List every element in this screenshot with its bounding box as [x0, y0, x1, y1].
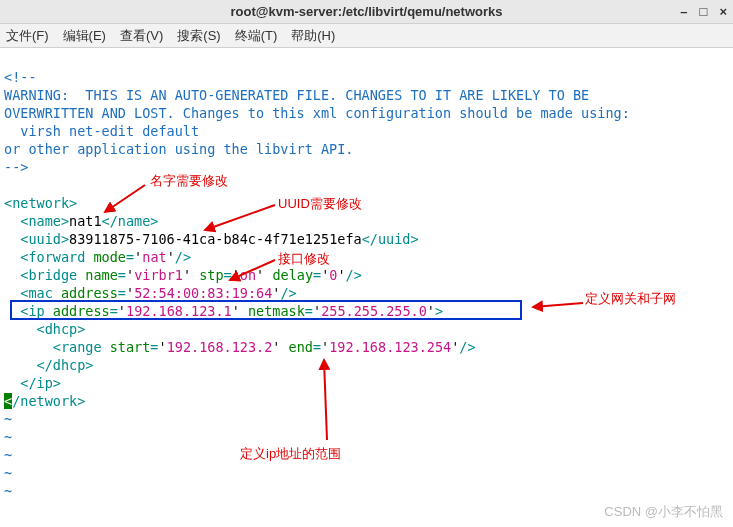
titlebar: root@kvm-server:/etc/libvirt/qemu/networ… — [0, 0, 733, 24]
menu-file[interactable]: 文件(F) — [6, 27, 49, 45]
tag-uuid: uuid — [28, 231, 61, 247]
window-controls: – □ × — [680, 4, 727, 19]
tag-ip: ip — [28, 303, 44, 319]
menu-terminal[interactable]: 终端(T) — [235, 27, 278, 45]
comment-line: or other application using the libvirt A… — [4, 141, 354, 157]
tag-mac: mac — [28, 285, 52, 301]
tag-name: name — [28, 213, 61, 229]
tag-bridge: bridge — [28, 267, 77, 283]
val-ip-address: 192.168.123.1 — [126, 303, 232, 319]
comment-line: <!-- — [4, 69, 37, 85]
minimize-icon[interactable]: – — [680, 4, 687, 19]
tilde-line: ~ — [4, 483, 12, 499]
editor-area[interactable]: <!-- WARNING: THIS IS AN AUTO-GENERATED … — [0, 48, 733, 527]
tilde-line: ~ — [4, 465, 12, 481]
tag-network: network — [12, 195, 69, 211]
comment-line: --> — [4, 159, 28, 175]
close-icon[interactable]: × — [719, 4, 727, 19]
tilde-line: ~ — [4, 429, 12, 445]
comment-line: OVERWRITTEN AND LOST. Changes to this xm… — [4, 105, 630, 121]
menu-search[interactable]: 搜索(S) — [177, 27, 220, 45]
comment-line: WARNING: THIS IS AN AUTO-GENERATED FILE.… — [4, 87, 589, 103]
tag-range: range — [61, 339, 102, 355]
menu-view[interactable]: 查看(V) — [120, 27, 163, 45]
val-forward-mode: nat — [142, 249, 166, 265]
tag-dhcp: dhcp — [45, 321, 78, 337]
tag-forward: forward — [28, 249, 85, 265]
cursor-block: < — [4, 393, 12, 409]
comment-line: virsh net-edit default — [4, 123, 199, 139]
val-range-start: 192.168.123.2 — [167, 339, 273, 355]
menu-help[interactable]: 帮助(H) — [291, 27, 335, 45]
val-uuid: 83911875-7106-41ca-b84c-4f71e1251efa — [69, 231, 362, 247]
menubar[interactable]: 文件(F) 编辑(E) 查看(V) 搜索(S) 终端(T) 帮助(H) — [0, 24, 733, 48]
maximize-icon[interactable]: □ — [700, 4, 708, 19]
tilde-line: ~ — [4, 447, 12, 463]
val-netmask: 255.255.255.0 — [321, 303, 427, 319]
val-mac: 52:54:00:83:19:64 — [134, 285, 272, 301]
val-range-end: 192.168.123.254 — [329, 339, 451, 355]
window-title: root@kvm-server:/etc/libvirt/qemu/networ… — [230, 4, 502, 19]
tilde-line: ~ — [4, 411, 12, 427]
watermark: CSDN @小李不怕黑 — [604, 503, 723, 521]
val-bridge-name: virbr1 — [134, 267, 183, 283]
menu-edit[interactable]: 编辑(E) — [63, 27, 106, 45]
val-name: nat1 — [69, 213, 102, 229]
